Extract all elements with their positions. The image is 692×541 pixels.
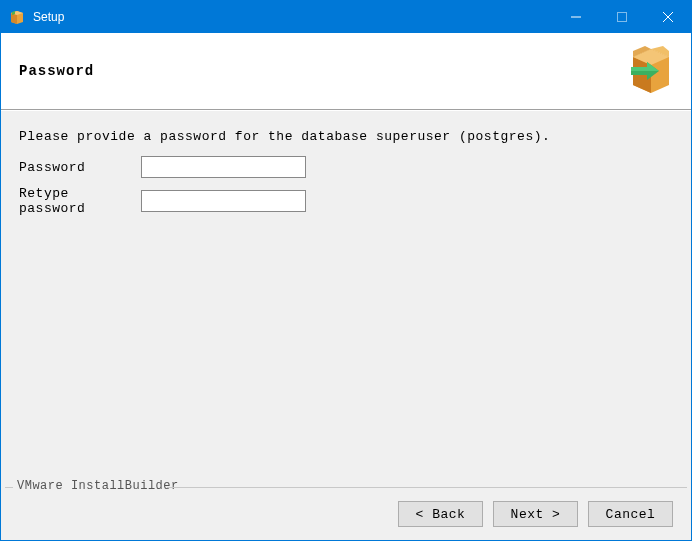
back-button[interactable]: < Back xyxy=(398,501,483,527)
password-label: Password xyxy=(19,160,141,175)
app-icon xyxy=(9,9,25,25)
instruction-text: Please provide a password for the databa… xyxy=(19,129,673,144)
titlebar: Setup xyxy=(1,1,691,33)
minimize-button[interactable] xyxy=(553,1,599,33)
retype-input[interactable] xyxy=(141,190,306,212)
close-button[interactable] xyxy=(645,1,691,33)
retype-label: Retype password xyxy=(19,186,141,216)
next-button[interactable]: Next > xyxy=(493,501,578,527)
footer-divider-left xyxy=(5,487,13,488)
page-title: Password xyxy=(19,63,94,79)
window-title: Setup xyxy=(33,10,553,24)
wizard-header: Password xyxy=(1,33,691,110)
svg-rect-5 xyxy=(618,13,627,22)
maximize-button xyxy=(599,1,645,33)
window-controls xyxy=(553,1,691,33)
vendor-label: VMware InstallBuilder xyxy=(13,479,183,493)
footer-divider xyxy=(167,487,687,488)
wizard-content: Please provide a password for the databa… xyxy=(1,110,691,487)
installer-box-icon xyxy=(623,41,679,101)
retype-row: Retype password xyxy=(19,186,673,216)
password-row: Password xyxy=(19,156,673,178)
password-input[interactable] xyxy=(141,156,306,178)
cancel-button[interactable]: Cancel xyxy=(588,501,673,527)
wizard-footer: VMware InstallBuilder < Back Next > Canc… xyxy=(1,487,691,541)
